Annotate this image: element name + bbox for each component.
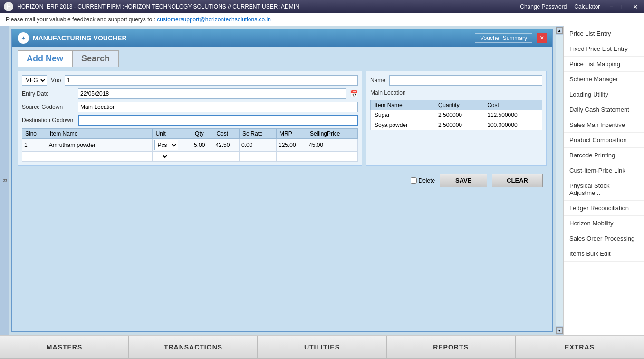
vno-label: Vno xyxy=(51,77,61,84)
cell-selling: 45.00 xyxy=(307,139,357,152)
items-table-header-row: Slno Item Name Unit Qty Cost SelRate MRP… xyxy=(22,129,358,139)
sidebar-item-ledger-reconciliation[interactable]: Ledger Reconciliation xyxy=(564,201,644,216)
empty-cost xyxy=(213,152,240,162)
reports-btn[interactable]: REPORTS xyxy=(386,336,515,359)
scroll-track[interactable] xyxy=(556,35,563,326)
delete-checkbox[interactable] xyxy=(411,177,417,184)
feedback-email[interactable]: customersupport@horizontechsolutions.co.… xyxy=(157,16,271,23)
empty-qty xyxy=(192,152,213,162)
calendar-icon[interactable]: 📅 xyxy=(350,90,358,97)
voucher-title: MANUFACTURING VOUCHER xyxy=(33,34,127,42)
calculator-btn[interactable]: Calculator xyxy=(574,3,600,10)
close-btn[interactable]: ✕ xyxy=(631,3,640,10)
minimize-btn[interactable]: − xyxy=(607,3,615,10)
destination-godown-label: Destination Godown xyxy=(22,117,74,124)
sidebar-item-physical-stock[interactable]: Physical Stock Adjustme... xyxy=(564,178,644,201)
new-item-input[interactable] xyxy=(49,153,151,160)
entry-date-label: Entry Date xyxy=(22,90,74,97)
info-col-qty: Quantity xyxy=(434,100,483,110)
source-godown-label: Source Godown xyxy=(22,104,74,110)
empty-unit-cell xyxy=(153,152,192,162)
cell-unit: Pcs xyxy=(153,139,192,152)
clear-button[interactable]: CLEAR xyxy=(492,174,543,187)
info-table: Item Name Quantity Cost Sugar 2.500000 1… xyxy=(370,100,542,130)
col-unit: Unit xyxy=(153,129,192,139)
sidebar-item-sales-order[interactable]: Sales Order Processing xyxy=(564,231,644,246)
source-godown-input[interactable] xyxy=(78,102,358,112)
info-cost-1: 112.500000 xyxy=(483,110,542,120)
utilities-btn[interactable]: UTILITIES xyxy=(258,336,386,359)
unit-select[interactable]: Pcs xyxy=(154,140,178,150)
sidebar-item-horizon-mobility[interactable]: Horizon Mobility xyxy=(564,216,644,231)
transactions-btn[interactable]: TRANSACTIONS xyxy=(129,336,258,359)
app-title: HORIZON_ERP 2013 - CURRENT FIRM :HORIZON… xyxy=(17,3,520,10)
info-table-body: Sugar 2.500000 112.500000 Soya powder 2.… xyxy=(371,110,542,130)
sidebar-item-fixed-price-list[interactable]: Fixed Price List Entry xyxy=(564,41,644,57)
items-table: Slno Item Name Unit Qty Cost SelRate MRP… xyxy=(22,128,358,162)
col-selling: SellingPrice xyxy=(307,129,357,139)
voucher-summary-btn[interactable]: Voucher Summary xyxy=(475,33,532,43)
bottom-nav: MASTERS TRANSACTIONS UTILITIES REPORTS E… xyxy=(0,335,644,359)
cell-cost: 42.50 xyxy=(213,139,240,152)
sidebar-item-items-bulk-edit[interactable]: Items Bulk Edit xyxy=(564,246,644,262)
voucher-header: ✦ MANUFACTURING VOUCHER Voucher Summary … xyxy=(12,29,552,47)
info-col-item: Item Name xyxy=(371,100,434,110)
sidebar-item-scheme-manager[interactable]: Scheme Manager xyxy=(564,72,644,87)
sidebar-item-salesman-incentive[interactable]: Sales Man Incentive xyxy=(564,117,644,133)
sidebar-item-barcode-printing[interactable]: Barcode Printing xyxy=(564,148,644,163)
col-slno: Slno xyxy=(22,129,47,139)
cell-mrp: 125.00 xyxy=(277,139,307,152)
sidebar-item-loading-utility[interactable]: Loading Utility xyxy=(564,87,644,102)
title-controls: Change Password Calculator xyxy=(520,3,600,10)
empty-unit-select[interactable] xyxy=(154,153,169,160)
voucher-window: ✦ MANUFACTURING VOUCHER Voucher Summary … xyxy=(11,29,553,332)
name-row: Name xyxy=(370,75,542,86)
scroll-up-btn[interactable]: ▲ xyxy=(556,27,563,34)
sidebar-item-cust-item-price[interactable]: Cust-Item-Price Link xyxy=(564,163,644,178)
voucher-close-btn[interactable]: ✕ xyxy=(537,33,547,43)
destination-godown-input[interactable] xyxy=(78,115,358,126)
info-qty-2: 2.500000 xyxy=(434,120,483,130)
extras-btn[interactable]: EXTRAS xyxy=(515,336,644,359)
masters-btn[interactable]: MASTERS xyxy=(0,336,129,359)
info-table-header: Item Name Quantity Cost xyxy=(371,100,542,110)
info-col-cost: Cost xyxy=(483,100,542,110)
sidebar-item-product-composition[interactable]: Product Composition xyxy=(564,133,644,148)
info-row-2: Soya powder 2.500000 100.000000 xyxy=(371,120,542,130)
source-godown-row: Source Godown xyxy=(22,102,358,112)
col-qty: Qty xyxy=(192,129,213,139)
destination-godown-row: Destination Godown xyxy=(22,115,358,126)
action-tabs: Add New Search xyxy=(12,47,552,67)
type-vno-row: MFG Vno xyxy=(22,75,358,86)
empty-selrate xyxy=(240,152,277,162)
right-form: Name Main Location Item Name Quantity Co… xyxy=(366,71,547,166)
name-input[interactable] xyxy=(389,75,542,86)
col-item-name: Item Name xyxy=(47,129,153,139)
type-select[interactable]: MFG xyxy=(22,75,47,86)
scroll-down-btn[interactable]: ▼ xyxy=(556,327,563,334)
search-tab[interactable]: Search xyxy=(72,50,119,67)
app-logo: H xyxy=(4,2,13,11)
sidebar-item-price-list-entry[interactable]: Price List Entry xyxy=(564,26,644,41)
window-controls: − □ ✕ xyxy=(607,3,640,10)
items-table-header: Slno Item Name Unit Qty Cost SelRate MRP… xyxy=(22,129,358,139)
left-form: MFG Vno Entry Date 📅 Source Godown xyxy=(18,71,362,166)
name-label: Name xyxy=(370,77,385,84)
left-strip: R xyxy=(0,26,9,335)
maximize-btn[interactable]: □ xyxy=(619,3,627,10)
scrollbar: ▲ ▼ xyxy=(556,26,563,335)
info-row-1: Sugar 2.500000 112.500000 xyxy=(371,110,542,120)
empty-item-cell[interactable] xyxy=(47,152,153,162)
change-password-btn[interactable]: Change Password xyxy=(520,3,567,10)
table-row: 1 Amrutham powder Pcs 5.00 42.50 0.00 12… xyxy=(22,139,358,152)
empty-cell xyxy=(22,152,47,162)
vno-input[interactable] xyxy=(65,75,358,86)
info-item-1: Sugar xyxy=(371,110,434,120)
entry-date-input[interactable] xyxy=(78,88,346,99)
add-new-tab[interactable]: Add New xyxy=(18,50,72,67)
entry-date-row: Entry Date 📅 xyxy=(22,88,358,99)
info-header-row: Item Name Quantity Cost xyxy=(371,100,542,110)
sidebar-item-daily-cash[interactable]: Daily Cash Statement xyxy=(564,102,644,117)
save-button[interactable]: SAVE xyxy=(440,174,487,187)
sidebar-item-price-list-mapping[interactable]: Price List Mapping xyxy=(564,57,644,72)
